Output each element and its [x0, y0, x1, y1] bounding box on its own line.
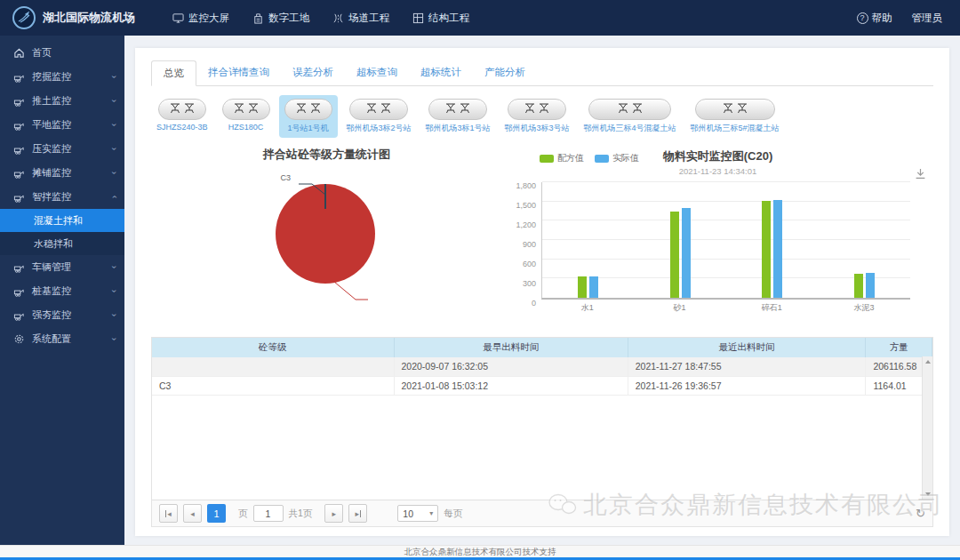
- bar-配方值-砂1[interactable]: [670, 212, 679, 298]
- sidebar-item-smart-mixing[interactable]: 智拌监控›: [0, 185, 124, 209]
- current-page-button[interactable]: 1: [207, 504, 226, 523]
- nav-structure-works[interactable]: 结构工程: [412, 12, 469, 25]
- paver-icon: [12, 167, 25, 179]
- bar-配方值-碎石1[interactable]: [762, 201, 771, 298]
- station-button-4[interactable]: 鄂州机场3标1号站: [420, 95, 496, 138]
- station-button-1[interactable]: HZS180C: [217, 95, 276, 135]
- x-tick-label: 水1: [541, 302, 634, 314]
- legend-actual[interactable]: 实际值: [595, 152, 639, 164]
- station-button-7[interactable]: 鄂州机场三标5#混凝土站: [685, 95, 785, 138]
- sidebar-menu: 首页挖掘监控›推土监控›平地监控›压实监控›摊铺监控›智拌监控›混凝土拌和水稳拌…: [0, 36, 124, 545]
- station-label: HZS180C: [228, 123, 264, 132]
- brand-title: 湖北国际物流机场: [43, 10, 135, 26]
- nav-digital-site[interactable]: 数字工地: [252, 12, 309, 25]
- sidebar-item-label: 摊铺监控: [32, 166, 71, 180]
- table-cell: 2020-09-07 16:32:05: [394, 357, 628, 376]
- chevron-down-icon: ›: [109, 314, 119, 316]
- bar-group-2: [726, 182, 819, 298]
- result-table: 砼等级最早出料时间最近出料时间方量 2020-09-07 16:32:05202…: [152, 338, 932, 396]
- help-button[interactable]: ? 帮助: [857, 12, 892, 25]
- bar-实际值-水泥3[interactable]: [866, 273, 875, 298]
- scroll-down-icon[interactable]: [925, 492, 931, 496]
- table-header[interactable]: 最早出料时间: [394, 338, 628, 357]
- footer-text: 北京合众鼎新信息技术有限公司技术支持: [404, 547, 556, 556]
- grader-icon: [12, 119, 25, 131]
- y-tick-label: 300: [523, 279, 536, 288]
- station-button-6[interactable]: 鄂州机场三标4号混凝土站: [579, 95, 682, 138]
- sidebar-item-pile[interactable]: 桩基监控›: [0, 279, 124, 303]
- sidebar-item-grader[interactable]: 平地监控›: [0, 113, 124, 137]
- mixing-plant-icon: [618, 101, 643, 117]
- first-page-button[interactable]: ◂: [159, 504, 178, 523]
- mixing-plant-icon: [723, 101, 748, 117]
- table-scrollbar[interactable]: [922, 356, 932, 500]
- sidebar-item-paver[interactable]: 摊铺监控›: [0, 161, 124, 185]
- station-button-3[interactable]: 鄂州机场3标2号站: [341, 95, 417, 138]
- sidebar-item-label: 首页: [32, 46, 52, 60]
- table-row[interactable]: 2020-09-07 16:32:052021-11-27 18:47:5520…: [152, 357, 932, 376]
- station-selector: SJHZS240-3BHZS180C1号站1号机鄂州机场3标2号站鄂州机场3标1…: [151, 95, 933, 138]
- bar-实际值-砂1[interactable]: [682, 208, 691, 298]
- tab-0[interactable]: 总览: [151, 60, 196, 86]
- sidebar-item-home[interactable]: 首页: [0, 41, 124, 65]
- table-header[interactable]: 砼等级: [152, 338, 394, 357]
- chevron-down-icon: ›: [109, 76, 119, 78]
- bar-配方值-水泥3[interactable]: [854, 274, 863, 298]
- last-page-button[interactable]: ▸: [348, 504, 367, 523]
- station-button-0[interactable]: SJHZS240-3B: [151, 95, 213, 135]
- user-menu[interactable]: 管理员: [912, 12, 943, 25]
- brand: 湖北国际物流机场: [0, 6, 148, 29]
- bar-配方值-水1[interactable]: [578, 276, 587, 298]
- tab-3[interactable]: 超标查询: [345, 60, 409, 86]
- pie-leader-lines: [212, 164, 443, 323]
- top-header: 湖北国际物流机场 监控大屏 数字工地 场道工程 结构工程 ? 帮助 管理员: [0, 0, 960, 36]
- legend-formula[interactable]: 配方值: [540, 152, 584, 164]
- station-label: 鄂州机场3标2号站: [347, 123, 412, 134]
- next-page-button[interactable]: ▸: [324, 504, 343, 523]
- sidebar-item-bulldozer[interactable]: 推土监控›: [0, 89, 124, 113]
- station-button-2[interactable]: 1号站1号机: [279, 95, 338, 138]
- sidebar-item-excavator[interactable]: 挖掘监控›: [0, 65, 124, 89]
- station-label: 鄂州机场3标3号站: [505, 123, 570, 134]
- sidebar-subitem-6-0[interactable]: 混凝土拌和: [0, 209, 124, 232]
- tab-5[interactable]: 产能分析: [473, 60, 537, 86]
- bar-group-1: [635, 182, 727, 298]
- sidebar-item-label: 车辆管理: [32, 260, 71, 274]
- y-tick-label: 1,500: [516, 201, 536, 210]
- sidebar-item-ramming[interactable]: 强夯监控›: [0, 303, 124, 327]
- bar-chart-timestamp: 2021-11-23 14:34:01: [502, 166, 933, 176]
- chevron-up-icon: ›: [109, 196, 119, 198]
- page-size-select[interactable]: 10▾: [397, 505, 438, 522]
- station-label: 1号站1号机: [288, 123, 329, 134]
- sidebar-item-settings[interactable]: 系统配置›: [0, 327, 124, 351]
- pie-chart-title: 拌合站砼等级方量统计图: [151, 147, 502, 163]
- chevron-down-icon: ›: [109, 290, 119, 292]
- bar-实际值-水1[interactable]: [589, 276, 598, 298]
- station-button-5[interactable]: 鄂州机场3标3号站: [500, 95, 575, 138]
- table-cell: [152, 357, 394, 376]
- actual-swatch: [595, 155, 609, 163]
- y-tick-label: 1,200: [516, 220, 536, 229]
- y-tick-label: 900: [523, 240, 536, 249]
- nav-runway-works[interactable]: 场道工程: [332, 12, 389, 25]
- tab-1[interactable]: 拌合详情查询: [196, 60, 281, 86]
- download-icon[interactable]: [915, 168, 926, 180]
- scroll-up-icon[interactable]: [925, 360, 931, 364]
- sidebar-item-compactor[interactable]: 压实监控›: [0, 137, 124, 161]
- page-number-input[interactable]: [253, 505, 284, 522]
- tab-4[interactable]: 超标统计: [409, 60, 473, 86]
- chevron-down-icon: ›: [109, 148, 119, 150]
- refresh-icon[interactable]: ↻: [916, 507, 925, 520]
- table-row[interactable]: C32021-01-08 15:03:122021-11-26 19:36:57…: [152, 376, 932, 395]
- bar-实际值-碎石1[interactable]: [773, 200, 782, 299]
- sidebar-item-vehicle[interactable]: 车辆管理›: [0, 255, 124, 279]
- y-tick-label: 600: [523, 260, 536, 268]
- sidebar-subitem-6-1[interactable]: 水稳拌和: [0, 232, 124, 255]
- smart-mixing-icon: [12, 191, 25, 203]
- tab-2[interactable]: 误差分析: [281, 60, 345, 86]
- prev-page-button[interactable]: ◂: [183, 504, 202, 523]
- table-header[interactable]: 最近出料时间: [628, 338, 866, 357]
- x-tick-label: 水泥3: [818, 302, 910, 314]
- nav-big-screen[interactable]: 监控大屏: [172, 12, 229, 25]
- table-header[interactable]: 方量: [866, 338, 932, 357]
